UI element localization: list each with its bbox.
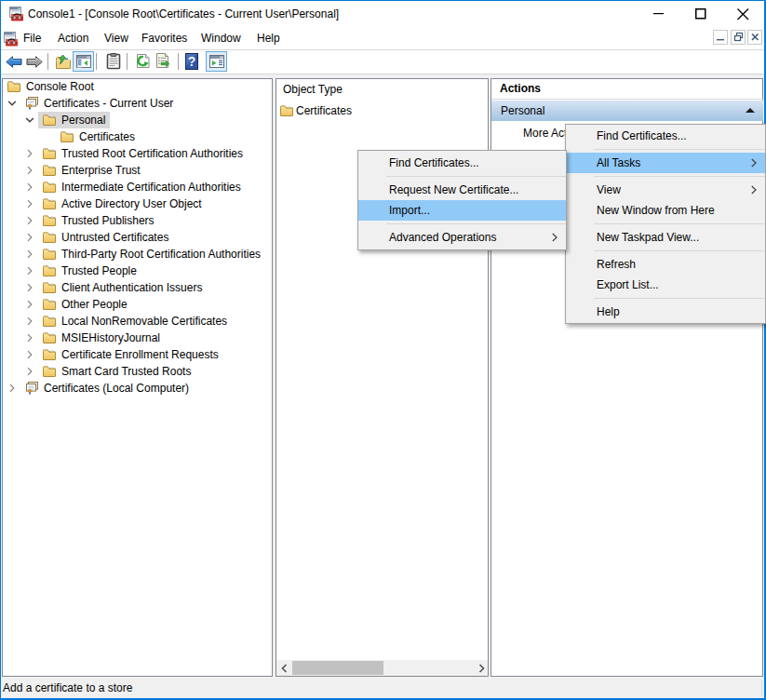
- svg-text:?: ?: [188, 54, 196, 69]
